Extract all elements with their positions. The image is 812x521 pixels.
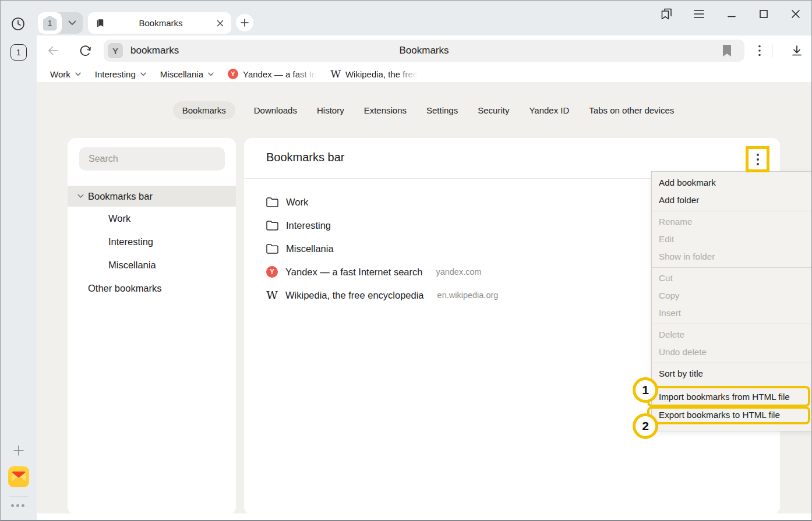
- search-input[interactable]: [79, 147, 225, 171]
- tab-settings[interactable]: Settings: [425, 101, 459, 119]
- chevron-down-icon: [208, 72, 214, 76]
- sidebar-more-button[interactable]: [11, 502, 26, 508]
- tab-yandex-id[interactable]: Yandex ID: [528, 101, 570, 119]
- back-arrow-icon: [46, 44, 60, 58]
- menu-item-add-bookmark[interactable]: Add bookmark: [652, 174, 812, 192]
- wikipedia-icon: W: [330, 69, 340, 79]
- menu-separator: [652, 267, 812, 268]
- favbar-label: Interesting: [95, 69, 136, 79]
- sidebar-add-button[interactable]: [12, 444, 25, 457]
- menu-separator: [652, 211, 812, 211]
- tab-security[interactable]: Security: [476, 101, 510, 119]
- address-bar[interactable]: Y bookmarks Bookmarks: [104, 40, 744, 62]
- downloads-button[interactable]: [789, 44, 804, 58]
- bookmark-label: Wikipedia, the free encyclopedia: [285, 290, 424, 301]
- tab-group-expand-button[interactable]: [62, 12, 83, 34]
- bookmark-label: Interesting: [286, 220, 331, 231]
- address-toolbar: Y bookmarks Bookmarks: [37, 36, 811, 66]
- menu-item-rename: Rename: [652, 213, 812, 231]
- bookmark-saved-icon[interactable]: [721, 44, 733, 57]
- tab-group-control[interactable]: 1: [38, 12, 83, 34]
- tab-close-icon[interactable]: [216, 19, 224, 27]
- menu-item-show-in-folder: Show in folder: [652, 248, 812, 265]
- tab-extensions[interactable]: Extensions: [363, 101, 408, 119]
- menu-item-undo-delete: Undo delete: [652, 343, 812, 361]
- plus-icon: [241, 19, 249, 27]
- hamburger-menu-icon: [693, 9, 705, 19]
- favbar-label: Miscellania: [160, 69, 203, 79]
- menu-item-delete: Delete: [652, 326, 812, 343]
- step-badge-2: 2: [633, 413, 658, 439]
- bookmark-label: Yandex — a fast Internet search: [285, 267, 422, 278]
- yandex-mail-button[interactable]: [8, 466, 29, 487]
- yandex-icon: Y: [228, 69, 238, 79]
- browser-menu-button[interactable]: [691, 6, 707, 22]
- menu-item-insert: Insert: [652, 304, 812, 322]
- tree-item-miscellania[interactable]: Miscellania: [68, 253, 236, 277]
- tab-other-devices[interactable]: Tabs on other devices: [588, 101, 675, 119]
- back-button[interactable]: [46, 44, 60, 58]
- chevron-down-icon: [75, 72, 81, 76]
- step-badge-1: 1: [633, 377, 658, 403]
- reload-button[interactable]: [79, 44, 93, 58]
- page-title: Bookmarks: [104, 45, 744, 56]
- tab-group-count[interactable]: 1: [38, 12, 62, 34]
- minimize-icon: [726, 9, 737, 19]
- highlight-import-item: [647, 386, 810, 407]
- menu-separator: [652, 363, 812, 363]
- chevron-down-icon[interactable]: [77, 194, 84, 199]
- chevron-down-icon: [68, 20, 76, 26]
- favbar-label: Yandex — a fast In: [243, 69, 316, 79]
- favbar-folder-work[interactable]: Work: [50, 69, 81, 79]
- download-icon: [790, 44, 804, 58]
- browser-tab-bookmarks[interactable]: Bookmarks: [88, 12, 231, 34]
- tree-item-interesting[interactable]: Interesting: [68, 230, 236, 253]
- toolbar-more-button[interactable]: [753, 44, 767, 58]
- reload-icon: [79, 44, 93, 58]
- favbar-folder-miscellania[interactable]: Miscellania: [160, 69, 214, 79]
- new-tab-button[interactable]: [236, 14, 253, 31]
- menu-separator: [652, 324, 812, 324]
- tab-bookmarks[interactable]: Bookmarks: [173, 101, 235, 119]
- favbar-bookmark-wikipedia[interactable]: W Wikipedia, the free: [330, 69, 418, 79]
- close-window-button[interactable]: [788, 6, 803, 22]
- minimize-button[interactable]: [724, 6, 739, 22]
- folder-icon: [266, 220, 278, 231]
- sidebar-divider: [9, 497, 29, 497]
- menu-item-sort-by-title[interactable]: Sort by title: [652, 365, 812, 382]
- tab-strip: 1 Bookmarks: [1, 1, 811, 36]
- close-icon: [790, 9, 801, 19]
- folder-icon: [266, 243, 278, 254]
- sidebar-tab-counter[interactable]: 1: [10, 44, 27, 61]
- tree-item-label: Work: [108, 213, 130, 224]
- favbar-label: Work: [50, 69, 70, 79]
- maximize-button[interactable]: [756, 6, 771, 22]
- tab-history[interactable]: History: [316, 101, 345, 119]
- toolbar-divider: [772, 44, 772, 58]
- tab-title: Bookmarks: [105, 18, 216, 28]
- tree-item-work[interactable]: Work: [68, 207, 236, 230]
- tab-downloads[interactable]: Downloads: [253, 101, 298, 119]
- plus-icon: [12, 444, 25, 457]
- tree-item-bookmarks-bar[interactable]: Bookmarks bar: [68, 186, 236, 207]
- favbar-label: Wikipedia, the free: [345, 69, 418, 79]
- folder-icon: [266, 197, 278, 207]
- maximize-icon: [758, 9, 769, 19]
- favbar-bookmark-yandex[interactable]: Y Yandex — a fast In: [228, 69, 316, 79]
- menu-item-copy: Copy: [652, 287, 812, 304]
- history-clock-button[interactable]: [10, 16, 26, 32]
- bookmarks-panel-icon: [659, 7, 673, 21]
- wikipedia-icon: W: [266, 290, 278, 301]
- favbar-folder-interesting[interactable]: Interesting: [95, 69, 146, 79]
- bookmarks-panel-button[interactable]: [659, 6, 674, 22]
- bookmark-label: Miscellania: [286, 243, 334, 254]
- tab-group-badge: 1: [43, 16, 57, 31]
- bookmark-url: yandex.com: [436, 267, 481, 277]
- settings-nav-tabs: Bookmarks Downloads History Extensions S…: [37, 101, 811, 119]
- highlight-panel-menu-button: [746, 146, 769, 172]
- bookmark-url: en.wikipedia.org: [437, 290, 499, 300]
- yandex-icon: Y: [266, 266, 278, 278]
- menu-item-cut: Cut: [652, 270, 812, 287]
- menu-item-add-folder[interactable]: Add folder: [652, 192, 812, 209]
- tree-item-other-bookmarks[interactable]: Other bookmarks: [68, 277, 236, 300]
